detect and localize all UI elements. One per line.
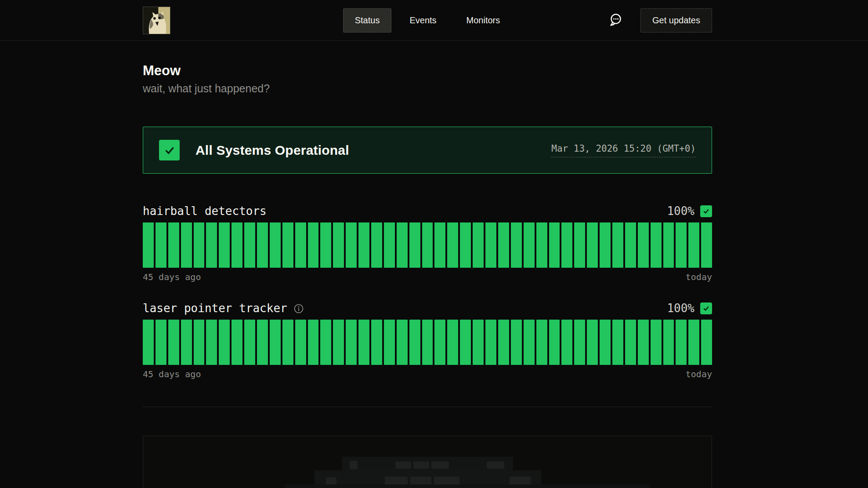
uptime-bar[interactable] xyxy=(397,222,408,268)
uptime-bar[interactable] xyxy=(651,222,662,268)
uptime-bar[interactable] xyxy=(168,222,179,268)
uptime-bar[interactable] xyxy=(422,222,433,268)
uptime-bar[interactable] xyxy=(333,320,344,365)
uptime-bar[interactable] xyxy=(194,320,205,365)
uptime-bar[interactable] xyxy=(524,222,535,268)
uptime-bar[interactable] xyxy=(625,320,636,365)
uptime-bar[interactable] xyxy=(346,222,357,268)
uptime-bar[interactable] xyxy=(587,320,598,365)
uptime-bar[interactable] xyxy=(663,320,674,365)
uptime-bar[interactable] xyxy=(701,320,712,365)
uptime-bar[interactable] xyxy=(460,320,471,365)
monitor-laser-pointer-tracker: laser pointer tracker 100% xyxy=(143,302,712,379)
uptime-bar[interactable] xyxy=(219,222,230,268)
uptime-bar[interactable] xyxy=(156,222,166,268)
uptime-bar[interactable] xyxy=(257,320,268,365)
uptime-bar[interactable] xyxy=(295,320,306,365)
uptime-bar[interactable] xyxy=(447,320,458,365)
uptime-bar[interactable] xyxy=(498,222,509,268)
uptime-bar[interactable] xyxy=(231,320,242,365)
uptime-bar[interactable] xyxy=(625,222,636,268)
chat-feedback-button[interactable] xyxy=(608,12,623,28)
uptime-bar[interactable] xyxy=(485,320,496,365)
uptime-bar[interactable] xyxy=(485,222,496,268)
uptime-bar[interactable] xyxy=(561,222,572,268)
uptime-bar[interactable] xyxy=(511,222,522,268)
uptime-bar[interactable] xyxy=(270,222,281,268)
uptime-bar[interactable] xyxy=(282,222,293,268)
uptime-bar[interactable] xyxy=(320,222,331,268)
uptime-bar[interactable] xyxy=(561,320,572,365)
uptime-bar[interactable] xyxy=(346,320,357,365)
uptime-bar[interactable] xyxy=(320,320,331,365)
uptime-bar[interactable] xyxy=(231,222,242,268)
uptime-bar[interactable] xyxy=(308,320,319,365)
tab-monitors[interactable]: Monitors xyxy=(455,8,512,33)
uptime-bar[interactable] xyxy=(701,222,712,268)
uptime-bar[interactable] xyxy=(612,320,623,365)
cat-logo[interactable] xyxy=(143,7,170,34)
uptime-bar[interactable] xyxy=(447,222,458,268)
uptime-bar[interactable] xyxy=(244,320,255,365)
uptime-bar[interactable] xyxy=(651,320,662,365)
uptime-bar[interactable] xyxy=(511,320,522,365)
uptime-bar[interactable] xyxy=(409,222,420,268)
uptime-bar[interactable] xyxy=(219,320,230,365)
uptime-bar[interactable] xyxy=(194,222,205,268)
uptime-bar[interactable] xyxy=(676,320,687,365)
uptime-bar[interactable] xyxy=(638,222,649,268)
tab-events[interactable]: Events xyxy=(398,8,448,33)
uptime-bar[interactable] xyxy=(244,222,255,268)
uptime-bar[interactable] xyxy=(600,222,611,268)
uptime-bar[interactable] xyxy=(676,222,687,268)
uptime-bar[interactable] xyxy=(498,320,509,365)
uptime-bar[interactable] xyxy=(549,222,560,268)
uptime-bar[interactable] xyxy=(282,320,293,365)
info-icon[interactable] xyxy=(293,303,304,314)
uptime-bar[interactable] xyxy=(587,222,598,268)
uptime-bar[interactable] xyxy=(308,222,319,268)
uptime-bar[interactable] xyxy=(422,320,433,365)
uptime-bar[interactable] xyxy=(460,222,471,268)
uptime-bar[interactable] xyxy=(206,320,217,365)
uptime-bar[interactable] xyxy=(434,320,445,365)
uptime-bar[interactable] xyxy=(549,320,560,365)
uptime-bar[interactable] xyxy=(358,320,369,365)
uptime-bar[interactable] xyxy=(574,320,585,365)
uptime-bar[interactable] xyxy=(270,320,281,365)
uptime-bar[interactable] xyxy=(397,320,408,365)
uptime-bar[interactable] xyxy=(181,222,192,268)
uptime-bar[interactable] xyxy=(574,222,585,268)
uptime-bar[interactable] xyxy=(206,222,217,268)
uptime-bar[interactable] xyxy=(434,222,445,268)
uptime-bar[interactable] xyxy=(371,320,382,365)
uptime-bar[interactable] xyxy=(688,222,699,268)
uptime-bar[interactable] xyxy=(371,222,382,268)
uptime-bar[interactable] xyxy=(638,320,649,365)
uptime-bar[interactable] xyxy=(612,222,623,268)
uptime-bar[interactable] xyxy=(257,222,268,268)
tab-status[interactable]: Status xyxy=(343,8,392,33)
get-updates-button[interactable]: Get updates xyxy=(640,8,712,33)
uptime-bar[interactable] xyxy=(143,222,154,268)
uptime-bar[interactable] xyxy=(384,320,395,365)
uptime-bar[interactable] xyxy=(168,320,179,365)
uptime-bar[interactable] xyxy=(156,320,166,365)
uptime-bar[interactable] xyxy=(143,320,154,365)
uptime-bar[interactable] xyxy=(536,320,547,365)
uptime-bar[interactable] xyxy=(384,222,395,268)
uptime-bar[interactable] xyxy=(358,222,369,268)
uptime-bar[interactable] xyxy=(688,320,699,365)
uptime-bar[interactable] xyxy=(473,222,484,268)
uptime-bar[interactable] xyxy=(600,320,611,365)
uptime-percentage: 100% xyxy=(667,302,694,315)
banner-timestamp[interactable]: Mar 13, 2026 15:20 (GMT+0) xyxy=(551,143,696,157)
uptime-bar[interactable] xyxy=(295,222,306,268)
uptime-bar[interactable] xyxy=(333,222,344,268)
uptime-bar[interactable] xyxy=(181,320,192,365)
uptime-bar[interactable] xyxy=(663,222,674,268)
uptime-bar[interactable] xyxy=(473,320,484,365)
uptime-bar[interactable] xyxy=(524,320,535,365)
uptime-bar[interactable] xyxy=(409,320,420,365)
uptime-bar[interactable] xyxy=(536,222,547,268)
